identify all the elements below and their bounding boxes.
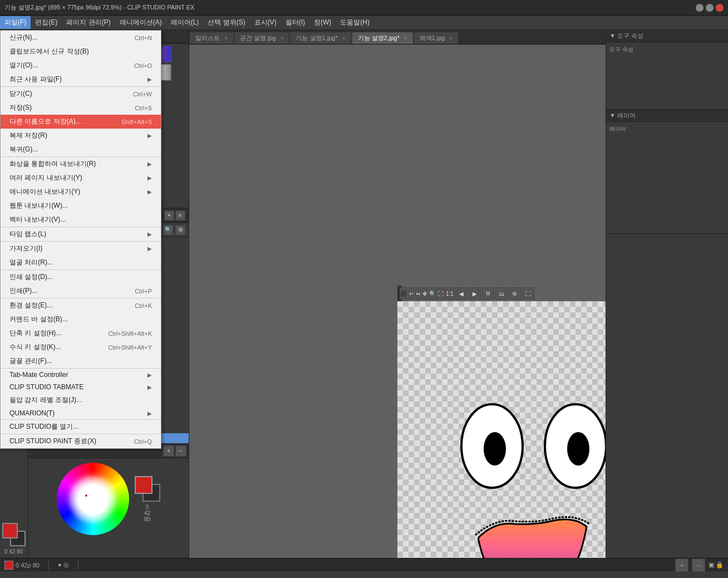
menu-export-vector[interactable]: 벡터 내보내기(V)... (1, 213, 161, 227)
menu-layer[interactable]: 레이어(L) (166, 16, 204, 29)
canvas-tool-zoom[interactable]: 🔍 (429, 287, 436, 300)
panel-header-layers[interactable]: ▼ 레이어 (606, 110, 728, 122)
canvas-nav-fullscreen[interactable]: ⛶ (522, 287, 534, 300)
menu-clip-tabmate[interactable]: CLIP STUDIO TABMATE ▶ (1, 381, 161, 393)
tool-property-text: 도구 속성 (608, 45, 726, 55)
tab-close-function1[interactable]: × (342, 35, 346, 41)
color-values: 0 42 80 (135, 476, 160, 522)
color-coords: 0 42 80 (4, 548, 23, 555)
maximize-button[interactable] (706, 4, 714, 12)
menu-new-from-clipboard[interactable]: 클립보드에서 신규 작성(B) (1, 45, 161, 58)
workspace: 일러스트 × 공간 설명.jpg × 기능 설명1.jpg* × 기능 설명2.… (189, 30, 606, 558)
canvas-tool-actual-size[interactable]: 1:1 (445, 287, 454, 300)
color-values-display: 0 42 80 (135, 504, 160, 522)
canvas-tool-select[interactable]: ⬛ (400, 287, 407, 300)
foreground-color-swatch[interactable] (2, 523, 18, 538)
tab-close-space[interactable]: × (281, 35, 284, 41)
status-size: ● ◎ (58, 561, 69, 569)
menu-env-settings[interactable]: 환경 설정(E)... Ctrl+K (1, 298, 161, 312)
color-wheel-indicator (84, 493, 88, 498)
menu-import[interactable]: 가져오기(I) ▶ (1, 241, 161, 256)
emote-settings-btn[interactable]: ⚙ (175, 225, 185, 235)
statusbar-sep2 (78, 561, 78, 570)
menu-export-merged[interactable]: 화상을 통합하여 내보내기(R) ▶ (1, 156, 161, 171)
tab-close-function2[interactable]: × (404, 35, 407, 41)
canvas-nav-layer[interactable]: 🗂 (495, 287, 508, 300)
svg-point-1 (484, 432, 506, 466)
menu-timelapse[interactable]: 타임 랩스(L) ▶ (1, 227, 161, 241)
status-add-btn[interactable]: + (675, 559, 688, 572)
tab-coloring[interactable]: 채색1.jpg × (414, 32, 459, 44)
statusbar: 0 42ρ 80 ● ◎ + → ▣ 🔒 (0, 558, 728, 571)
canvas-tool-move[interactable]: ✥ (422, 287, 427, 300)
menu-export-animation[interactable]: 애니메이션 내보내기(Y) ▶ (1, 185, 161, 199)
tab-close-coloring[interactable]: × (449, 35, 452, 41)
tabs-bar: 일러스트 × 공간 설명.jpg × 기능 설명1.jpg* × 기능 설명2.… (189, 30, 606, 45)
menu-pressure[interactable]: 필압 감지 레벨 조절(J)... (1, 393, 161, 407)
canvas-nav-prev[interactable]: ◀ (455, 287, 468, 300)
status-color-indicator (4, 561, 13, 570)
menu-shortcut-settings[interactable]: 단축 키 설정(H)... Ctrl+Shift+Alt+K (1, 326, 161, 340)
menu-print[interactable]: 인쇄(P)... Ctrl+P (1, 284, 161, 298)
menu-tabmate[interactable]: Tab-Mate Controller ▶ (1, 368, 161, 381)
menu-export-webtoon[interactable]: 웹툰 내보내기(W)... (1, 199, 161, 213)
file-dropdown-menu: 신규(N)... Ctrl+N 클립보드에서 신규 작성(B) 열기(O)...… (0, 30, 161, 449)
menu-recent[interactable]: 최근 사용 파일(F) ▶ (1, 72, 161, 86)
menu-face-process[interactable]: 얼굴 처리(R)... (1, 256, 161, 270)
tab-function2[interactable]: 기능 설명2.jpg* × (352, 32, 414, 44)
menu-duplicate-save[interactable]: 복제 저장(R) ▶ (1, 129, 161, 143)
status-nav-btn[interactable]: → (692, 559, 705, 572)
menu-close[interactable]: 닫기(C) Ctrl+W (1, 86, 161, 101)
color-wheel[interactable] (57, 463, 129, 535)
canvas-drawing[interactable] (397, 301, 606, 558)
right-side-panels: ▼ 도구 속성 도구 속성 ▼ 레이어 레이어 (606, 30, 728, 558)
color-b-value: 80 (135, 516, 160, 522)
canvas-tool-flip[interactable]: ⇔ (415, 287, 421, 300)
foreground-color-box[interactable] (135, 476, 153, 494)
menu-edit[interactable]: 편집(E) (31, 16, 62, 29)
menu-page[interactable]: 페이지 관리(P) (62, 16, 115, 29)
canvas-nav-next[interactable]: ▶ (469, 287, 481, 300)
menu-view[interactable]: 표시(V) (250, 16, 281, 29)
menu-new[interactable]: 신규(N)... Ctrl+N (1, 31, 161, 45)
color-set-delete-btn[interactable]: − (175, 445, 186, 457)
menu-help[interactable]: 도움말(H) (336, 16, 374, 29)
panel-header-tool[interactable]: ▼ 도구 속성 (606, 30, 728, 42)
color-set-menu[interactable]: ≡ (175, 210, 185, 221)
tool-property-content: 도구 속성 (606, 42, 728, 109)
menu-revert[interactable]: 복귀(G)... (1, 143, 161, 156)
close-button[interactable] (716, 4, 724, 12)
menu-export-multipage[interactable]: 여러 페이지 내보내기(Y) ▶ (1, 171, 161, 185)
svg-point-3 (567, 432, 589, 466)
menu-command-bar[interactable]: 커맨드 바 설정(B)... (1, 312, 161, 326)
menu-animation[interactable]: 애니메이션(A) (115, 16, 166, 29)
menu-qumarion[interactable]: QUMARION(T) ▶ (1, 407, 161, 419)
canvas-nav-copy[interactable]: ⧉ (482, 287, 494, 300)
color-wheel-area (57, 463, 129, 535)
menu-filter[interactable]: 필터(I) (281, 16, 309, 29)
menu-file[interactable]: 파일(F) (0, 16, 31, 29)
menu-select[interactable]: 선택 범위(S) (203, 16, 249, 29)
tab-function1[interactable]: 기능 설명1.jpg* × (289, 32, 351, 44)
color-set-add-btn[interactable]: + (163, 445, 174, 457)
menu-quit[interactable]: CLIP STUDIO PAINT 종료(X) Ctrl+Q (1, 434, 161, 448)
canvas-tool-fit[interactable]: ⛶ (437, 287, 444, 300)
canvas-tool-rotate[interactable]: ↩ (409, 287, 414, 300)
tab-space[interactable]: 공간 설명.jpg × (234, 32, 290, 44)
menu-open[interactable]: 열기(O)... Ctrl+O (1, 58, 161, 72)
statusbar-sep1 (48, 561, 49, 570)
tab-illust[interactable]: 일러스트 × (189, 32, 234, 44)
menu-print-settings[interactable]: 인쇄 설정(D)... (1, 270, 161, 284)
minimize-button[interactable] (696, 4, 704, 12)
emote-zoom-btn[interactable]: 🔍 (163, 225, 173, 235)
color-set-zoom-in[interactable]: + (164, 210, 174, 221)
tab-close-illust[interactable]: × (224, 35, 228, 41)
menu-save[interactable]: 저장(S) Ctrl+S (1, 101, 161, 115)
menu-open-clip-studio[interactable]: CLIP STUDIO를 열기... (1, 419, 161, 434)
canvas-nav-settings[interactable]: ⚙ (509, 287, 521, 300)
menu-modifier-key[interactable]: 수식 키 설정(K)... Ctrl+Shift+Alt+Y (1, 340, 161, 354)
menu-font-manager[interactable]: 글꼴 관리(F)... (1, 354, 161, 368)
menu-save-as[interactable]: 다른 이름으로 저장(A)... Shift+Alt+S (1, 115, 161, 129)
menu-window[interactable]: 창(W) (309, 16, 336, 29)
titlebar: 기능 설명2.jpg* (895 × 775px 96dpi 72.9%) - … (0, 0, 728, 16)
